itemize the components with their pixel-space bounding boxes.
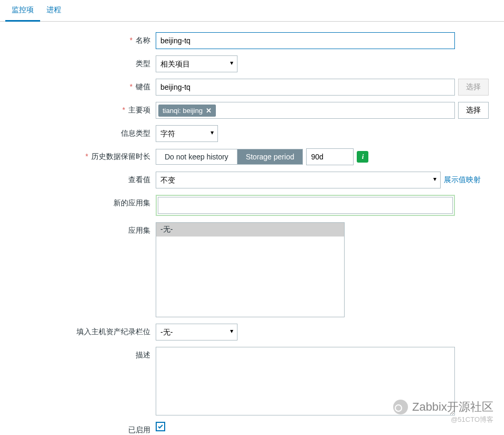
master-item-tag: tianqi: beijing ✕ [158,105,216,117]
label-new-app: 新的应用集 [5,195,156,208]
view-value-select[interactable]: 不变 [156,172,441,188]
label-app: 应用集 [5,222,156,235]
label-key: * 键值 [5,79,156,92]
inventory-select[interactable]: -无- [156,324,237,341]
new-app-highlight [156,195,455,216]
info-type-select[interactable]: 字符 [156,125,218,142]
label-master: * 主要项 [5,102,156,115]
label-info-type: 信息类型 [5,125,156,138]
master-item-tag-label: tianqi: beijing [163,107,203,115]
enabled-checkbox[interactable] [156,422,165,431]
key-select-button: 选择 [458,79,489,96]
name-input[interactable] [156,32,455,49]
tab-process[interactable]: 进程 [40,0,68,21]
new-app-input[interactable] [158,197,453,214]
info-icon[interactable]: i [357,151,368,163]
key-input[interactable] [156,79,455,96]
list-item[interactable]: -无- [156,223,344,237]
label-view-value: 查看值 [5,172,156,185]
remove-tag-icon[interactable]: ✕ [206,107,212,115]
label-inventory: 填入主机资产纪录栏位 [5,324,156,337]
tabs-bar: 监控项 进程 [0,0,504,22]
item-form: * 名称 类型 相关项目 * 键值 选择 * 主要项 tianqi: beiji… [0,22,504,435]
check-icon [157,423,164,430]
tab-monitoring[interactable]: 监控项 [5,0,40,22]
type-select[interactable]: 相关项目 [156,55,237,72]
app-listbox[interactable]: -无- [156,222,345,317]
label-enabled: 已启用 [5,422,156,435]
master-item-field[interactable]: tianqi: beijing ✕ [156,102,455,119]
label-name: * 名称 [5,32,156,45]
history-opt-storage[interactable]: Storage period [237,149,303,164]
master-select-button[interactable]: 选择 [458,102,489,119]
history-value-input[interactable] [306,148,354,165]
label-description: 描述 [5,347,156,360]
history-opt-no-keep[interactable]: Do not keep history [156,149,237,164]
history-radio-group: Do not keep history Storage period [156,149,303,165]
label-history: * 历史数据保留时长 [5,148,156,162]
show-value-map-link[interactable]: 展示值映射 [444,175,481,185]
description-textarea[interactable] [156,347,455,415]
label-type: 类型 [5,55,156,69]
